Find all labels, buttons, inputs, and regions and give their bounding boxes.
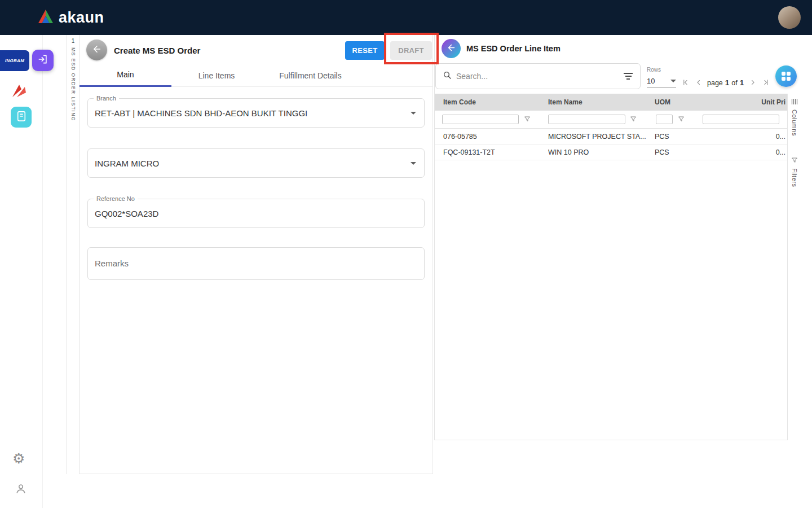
top-navbar: akaun bbox=[0, 0, 812, 35]
cell-uom: PCS bbox=[655, 144, 669, 160]
user-avatar[interactable] bbox=[778, 6, 801, 29]
company-select[interactable]: INGRAM MICRO bbox=[87, 148, 425, 178]
reset-button[interactable]: RESET bbox=[345, 41, 385, 60]
column-header-item-name[interactable]: Item Name bbox=[548, 94, 582, 111]
columns-tool-label: Columns bbox=[791, 110, 798, 136]
login-arrow-icon bbox=[37, 54, 48, 67]
app-sidebar: INGRAM ⚙ bbox=[0, 35, 43, 508]
profile-person-icon[interactable] bbox=[15, 483, 27, 497]
reference-no-value: GQ002*SOA23D bbox=[95, 209, 158, 218]
sidebar-item-ingram[interactable]: INGRAM bbox=[0, 50, 29, 71]
app-screen: akaun INGRAM bbox=[0, 0, 812, 508]
login-exit-button[interactable] bbox=[32, 50, 54, 71]
columns-icon bbox=[791, 98, 798, 107]
brand-logo: akaun bbox=[37, 0, 104, 35]
cell-item-code: FQC-09131-T2T bbox=[443, 144, 495, 160]
last-page-button[interactable] bbox=[760, 77, 771, 89]
filter-input-item-name[interactable] bbox=[548, 115, 625, 124]
caret-down-icon bbox=[411, 162, 416, 165]
akaun-triangle-logo-icon bbox=[37, 9, 54, 26]
listing-tab-index: 1 bbox=[67, 38, 79, 44]
first-page-button[interactable] bbox=[679, 77, 691, 89]
branch-select[interactable]: Branch RET-ABT | MACHINES SDN BHD-AEON B… bbox=[87, 98, 425, 128]
table-tool-strip: Columns Filters bbox=[787, 94, 801, 440]
cell-item-name: WIN 10 PRO bbox=[548, 144, 589, 160]
sidebar-item-teal-app[interactable] bbox=[11, 107, 32, 128]
column-header-item-code[interactable]: Item Code bbox=[443, 94, 476, 111]
table-header-row: Item Code Item Name UOM Unit Pri bbox=[435, 94, 787, 111]
page-indicator: page 1 of 1 bbox=[707, 78, 744, 87]
cell-unit-price: 0... bbox=[728, 129, 785, 144]
line-item-panel-title: MS ESD Order Line Item bbox=[466, 44, 561, 53]
draft-button[interactable]: DRAFT bbox=[390, 41, 432, 60]
remarks-field[interactable]: Remarks bbox=[87, 247, 425, 280]
back-arrow-icon bbox=[92, 44, 102, 56]
column-header-unit-price[interactable]: Unit Pri bbox=[728, 94, 785, 111]
table-filter-row bbox=[435, 111, 787, 129]
branch-value: RET-ABT | MACHINES SDN BHD-AEON BUKIT TI… bbox=[95, 108, 307, 118]
search-box bbox=[435, 63, 641, 89]
rows-per-page-value: 10 bbox=[647, 77, 655, 85]
cell-item-code: 076-05785 bbox=[443, 129, 477, 144]
table-row[interactable]: FQC-09131-T2T WIN 10 PRO PCS 0... bbox=[435, 144, 787, 160]
create-order-panel: Create MS ESD Order RESET DRAFT Main Lin… bbox=[80, 35, 433, 474]
caret-down-icon bbox=[670, 80, 676, 82]
notebook-icon bbox=[16, 111, 27, 124]
filters-tool-label: Filters bbox=[791, 168, 798, 187]
funnel-filter-icon[interactable] bbox=[524, 116, 531, 122]
funnel-filter-icon[interactable] bbox=[630, 116, 637, 122]
sidebar-item-red-app[interactable] bbox=[11, 84, 27, 98]
line-item-table: Item Code Item Name UOM Unit Pri bbox=[435, 94, 787, 160]
cell-item-name: MICROSOFT PROJECT STA... bbox=[548, 129, 646, 144]
column-header-uom[interactable]: UOM bbox=[655, 94, 670, 111]
search-icon bbox=[443, 71, 452, 82]
next-page-button[interactable] bbox=[747, 77, 758, 89]
tab-fulfillment-details[interactable]: Fulfillment Details bbox=[262, 64, 359, 87]
back-button[interactable] bbox=[86, 40, 107, 60]
prev-page-button[interactable] bbox=[692, 77, 704, 89]
filter-list-icon[interactable] bbox=[623, 73, 633, 80]
filters-tool[interactable]: Filters bbox=[788, 157, 801, 187]
collapsed-listing-tab[interactable]: 1 MS ESD ORDER LISTING bbox=[67, 35, 80, 474]
pagination: page 1 of 1 bbox=[679, 76, 771, 89]
brand-name: akaun bbox=[59, 9, 104, 27]
funnel-filter-icon[interactable] bbox=[678, 116, 685, 122]
line-item-back-button[interactable] bbox=[442, 39, 461, 58]
branch-label: Branch bbox=[94, 95, 119, 102]
table-row[interactable]: 076-05785 MICROSOFT PROJECT STA... PCS 0… bbox=[435, 129, 787, 144]
tab-main[interactable]: Main bbox=[80, 64, 171, 87]
reference-no-label: Reference No bbox=[94, 195, 138, 202]
grid-icon bbox=[782, 72, 791, 81]
page-of-label: of bbox=[731, 79, 737, 87]
filter-input-unit-price[interactable] bbox=[703, 115, 779, 124]
cell-uom: PCS bbox=[655, 129, 669, 144]
rows-per-page-select[interactable]: 10 bbox=[647, 75, 676, 88]
caret-down-icon bbox=[411, 112, 416, 115]
filter-input-item-code[interactable] bbox=[442, 115, 519, 124]
page-title: Create MS ESD Order bbox=[114, 46, 200, 55]
listing-tab-label: MS ESD ORDER LISTING bbox=[70, 47, 76, 121]
cell-unit-price: 0... bbox=[728, 144, 785, 160]
remarks-placeholder: Remarks bbox=[95, 259, 129, 268]
tab-line-items[interactable]: Line Items bbox=[171, 64, 262, 87]
filter-input-uom[interactable] bbox=[656, 115, 673, 124]
page-total: 1 bbox=[740, 78, 744, 87]
settings-gear-icon[interactable]: ⚙ bbox=[12, 452, 25, 466]
red-app-icon bbox=[11, 90, 27, 100]
rows-per-page-label: Rows bbox=[647, 67, 661, 73]
reference-no-field[interactable]: Reference No GQ002*SOA23D bbox=[87, 199, 425, 228]
line-item-panel: MS ESD Order Line Item Rows 10 page bbox=[434, 35, 801, 440]
page-label: page bbox=[707, 79, 723, 87]
grid-view-button[interactable] bbox=[775, 65, 797, 87]
funnel-filter-icon bbox=[791, 157, 798, 165]
form-tabs: Main Line Items Fulfillment Details bbox=[80, 64, 433, 87]
columns-tool[interactable]: Columns bbox=[788, 98, 801, 136]
company-value: INGRAM MICRO bbox=[95, 159, 159, 168]
search-input[interactable] bbox=[456, 72, 619, 81]
page-current: 1 bbox=[725, 78, 730, 87]
back-arrow-icon bbox=[447, 43, 456, 55]
